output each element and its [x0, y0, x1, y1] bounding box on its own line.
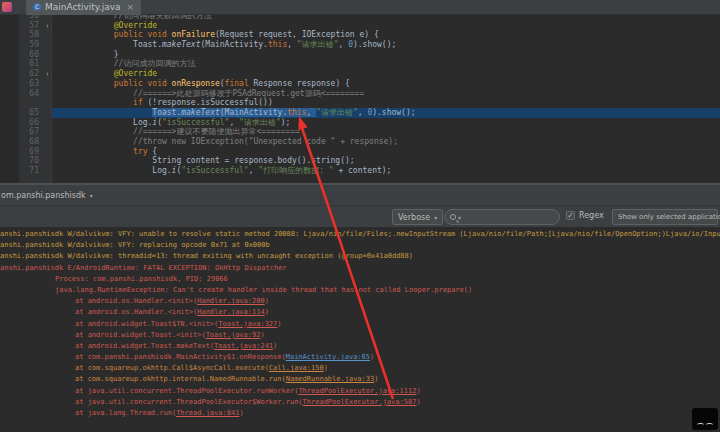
line-number[interactable]: 70: [0, 156, 52, 166]
code-text: Log.i("isSuccessful", "打印响应的数据: " + cont…: [52, 166, 720, 176]
chevron-down-icon: ▾: [90, 192, 93, 199]
regex-option: ✓ Regex: [566, 211, 604, 220]
watermark: [692, 408, 718, 430]
code-line: 64 //======>此处源码修改于PSAdRequest.get源码<===…: [0, 89, 720, 99]
logcat-header: om.panshi.panshisdk ▾: [0, 183, 720, 205]
log-line: at com.squareup.okhttp.Call$AsyncCall.ex…: [0, 363, 720, 374]
line-number[interactable]: 68: [0, 137, 52, 147]
code-line: 61 //访问成功回调的方法: [0, 59, 720, 69]
log-line: at android.os.Handler.<init>(Handler.jav…: [0, 307, 720, 318]
chevron-down-icon: ▾: [458, 214, 461, 221]
stack-trace-link[interactable]: Call.java:150: [269, 364, 324, 372]
logcat-toolbar: Verbose ▾ ▾ ✓ Regex Show only selected a…: [0, 205, 720, 227]
java-class-icon: C: [33, 3, 41, 11]
stack-trace-link[interactable]: Thread.java:841: [176, 409, 239, 417]
log-line: anshi.panshisdk W/dalvikvm: threadid=13:…: [0, 251, 720, 262]
line-number[interactable]: 64: [0, 89, 52, 99]
regex-checkbox[interactable]: ✓: [566, 211, 575, 220]
stack-trace-link[interactable]: MainActivity.java:65: [286, 353, 370, 361]
line-number[interactable]: 65: [0, 108, 52, 118]
code-text: }: [52, 50, 720, 60]
line-number[interactable]: 62↑: [0, 69, 52, 79]
code-text: @Override: [52, 69, 720, 79]
code-text: //======>建议不要随便抛出异常<========: [52, 127, 720, 137]
search-icon: [450, 214, 456, 220]
log-line: at android.os.Handler.<init>(Handler.jav…: [0, 296, 720, 307]
stack-trace-link[interactable]: Toast.java:241: [214, 342, 273, 350]
log-line: at android.widget.Toast.makeText(Toast.j…: [0, 341, 720, 352]
stack-trace-link[interactable]: Toast.java:327: [218, 320, 277, 328]
code-text: Toast.makeText(MainActivity.this, "请求出错"…: [52, 108, 720, 118]
line-number[interactable]: 58: [0, 30, 52, 40]
log-filter-dropdown[interactable]: Show only selected application ▾: [612, 209, 718, 225]
stack-trace-link[interactable]: NamedRunnable.java:33: [286, 375, 375, 383]
log-filter-label: Show only selected application: [618, 213, 720, 221]
line-number[interactable]: 57↑: [0, 21, 52, 31]
stack-trace-link[interactable]: ThreadPoolExecutor.java:587: [303, 398, 417, 406]
override-marker-icon[interactable]: ↑: [45, 22, 49, 29]
line-number[interactable]: 66: [0, 118, 52, 128]
log-line: at java.lang.Thread.run(Thread.java:841): [0, 408, 720, 419]
code-line: 71 Log.i("isSuccessful", "打印响应的数据: " + c…: [0, 166, 720, 176]
tab-title: MainActivity.java: [45, 2, 121, 12]
app-icon: [2, 2, 12, 12]
log-line: at java.util.concurrent.ThreadPoolExecut…: [0, 386, 720, 397]
code-text: Toast.makeText(MainActivity.this, "请求出错"…: [52, 40, 720, 50]
code-text: if (!response.isSuccessful()): [52, 98, 720, 108]
line-number[interactable]: 61: [0, 59, 52, 69]
line-number[interactable]: [0, 98, 52, 108]
line-number[interactable]: 59: [0, 40, 52, 50]
log-line: at java.util.concurrent.ThreadPoolExecut…: [0, 397, 720, 408]
code-line: 68 //throw new IOException("Unexpected c…: [0, 137, 720, 147]
code-line: 57↑ @Override: [0, 21, 720, 31]
code-text: try {: [52, 147, 720, 157]
log-line: java.lang.RuntimeException: Can't create…: [0, 285, 720, 296]
code-line: if (!response.isSuccessful()): [0, 98, 720, 108]
stack-trace-link[interactable]: Handler.java:200: [197, 297, 264, 305]
code-editor: 56 //访问网络失败回调的方法57↑ @Override58 public v…: [0, 15, 720, 183]
stack-trace-link[interactable]: Toast.java:92: [206, 331, 261, 339]
editor-tab-bar: C MainActivity.java ×: [0, 0, 720, 15]
tab-mainactivity[interactable]: C MainActivity.java ×: [26, 0, 141, 15]
log-line: at com.squareup.okhttp.internal.NamedRun…: [0, 374, 720, 385]
log-line: at com.panshi.panshisdk.MainActivity$1.o…: [0, 352, 720, 363]
code-text: Log.i("isSuccessful", "请求出错");: [52, 118, 720, 128]
watermark-glyph: [706, 423, 713, 427]
code-text: //访问成功回调的方法: [52, 59, 720, 69]
logcat-search-box[interactable]: ▾: [444, 209, 560, 225]
code-text: //======>此处源码修改于PSAdRequest.get源码<======…: [52, 89, 720, 99]
code-text: public void onFailure(Request request, I…: [52, 30, 720, 40]
log-line: at android.widget.Toast$TN.<init>(Toast.…: [0, 319, 720, 330]
stack-trace-link[interactable]: Handler.java:114: [197, 308, 264, 316]
log-line: anshi.panshisdk W/dalvikvm: VFY: unable …: [0, 229, 720, 240]
code-line: 65 Toast.makeText(MainActivity.this, "请求…: [0, 108, 720, 118]
line-number[interactable]: 63: [0, 79, 52, 89]
tab-close-icon[interactable]: ×: [127, 2, 135, 12]
log-line: anshi.panshisdk W/dalvikvm: VFY: replaci…: [0, 240, 720, 251]
line-number[interactable]: 60: [0, 50, 52, 60]
log-line: anshi.panshisdk E/AndroidRuntime: FATAL …: [0, 263, 720, 274]
watermark-glyph: [697, 423, 704, 427]
code-text: @Override: [52, 21, 720, 31]
log-line: at android.widget.Toast.<init>(Toast.jav…: [0, 330, 720, 341]
stack-trace-link[interactable]: ThreadPoolExecutor.java:1112: [298, 387, 416, 395]
logcat-output: anshi.panshisdk W/dalvikvm: VFY: unable …: [0, 227, 720, 432]
code-rows: 56 //访问网络失败回调的方法57↑ @Override58 public v…: [0, 15, 720, 176]
code-line: 58 public void onFailure(Request request…: [0, 30, 720, 40]
code-line: 70 String content = response.body().stri…: [0, 156, 720, 166]
code-text: //throw new IOException("Unexpected code…: [52, 137, 720, 147]
code-text: String content = response.body().string(…: [52, 156, 720, 166]
log-level-label: Verbose: [398, 213, 430, 222]
log-level-dropdown[interactable]: Verbose ▾: [392, 209, 443, 225]
line-number[interactable]: 67: [0, 127, 52, 137]
code-line: 66 Log.i("isSuccessful", "请求出错");: [0, 118, 720, 128]
line-number[interactable]: 69: [0, 147, 52, 157]
code-line: 59 Toast.makeText(MainActivity.this, "请求…: [0, 40, 720, 50]
code-line: 60 }: [0, 50, 720, 60]
process-selector[interactable]: om.panshi.panshisdk ▾: [0, 191, 93, 200]
line-number[interactable]: 71: [0, 166, 52, 176]
logcat-search-input[interactable]: [463, 213, 554, 222]
chevron-down-icon: ▾: [434, 214, 437, 221]
override-marker-icon[interactable]: ↑: [45, 70, 49, 77]
code-line: 63 public void onResponse(final Response…: [0, 79, 720, 89]
